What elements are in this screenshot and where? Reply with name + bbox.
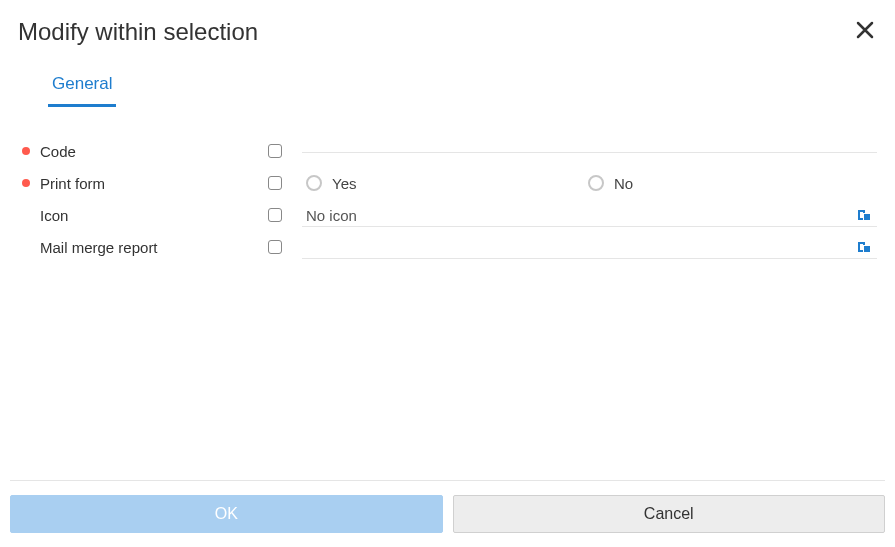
open-picker-icon bbox=[855, 207, 871, 223]
mail-merge-picker-button[interactable] bbox=[853, 237, 873, 257]
dialog-footer: OK Cancel bbox=[10, 480, 885, 547]
value-icon[interactable]: No icon bbox=[302, 205, 877, 225]
radio-print-form-yes[interactable]: Yes bbox=[306, 175, 588, 192]
modify-within-selection-dialog: Modify within selection General Code bbox=[0, 0, 895, 547]
radio-circle-icon bbox=[306, 175, 322, 191]
row-print-form: Print form Yes No bbox=[22, 167, 877, 199]
value-print-form: Yes No bbox=[302, 175, 877, 192]
dialog-title: Modify within selection bbox=[18, 18, 258, 46]
label-code: Code bbox=[40, 143, 76, 160]
close-icon bbox=[856, 21, 874, 39]
radio-circle-icon bbox=[588, 175, 604, 191]
enable-checkbox-mail-merge[interactable] bbox=[268, 240, 282, 254]
svg-rect-1 bbox=[864, 246, 870, 252]
value-mail-merge[interactable] bbox=[302, 237, 877, 257]
label-print-form: Print form bbox=[40, 175, 105, 192]
enable-checkbox-icon[interactable] bbox=[268, 208, 282, 222]
required-dot bbox=[22, 179, 30, 187]
form-area: Code Print form Yes bbox=[0, 107, 895, 480]
icon-value-text: No icon bbox=[306, 207, 853, 224]
required-dot bbox=[22, 147, 30, 155]
tab-bar: General bbox=[48, 66, 895, 107]
icon-picker-button[interactable] bbox=[853, 205, 873, 225]
close-button[interactable] bbox=[853, 18, 877, 42]
enable-checkbox-print-form[interactable] bbox=[268, 176, 282, 190]
ok-button[interactable]: OK bbox=[10, 495, 443, 533]
open-picker-icon bbox=[855, 239, 871, 255]
radio-label-no: No bbox=[614, 175, 633, 192]
label-icon: Icon bbox=[40, 207, 68, 224]
row-code: Code bbox=[22, 135, 877, 167]
dialog-header: Modify within selection bbox=[0, 0, 895, 46]
svg-rect-0 bbox=[864, 214, 870, 220]
tab-general[interactable]: General bbox=[48, 66, 116, 107]
cancel-button[interactable]: Cancel bbox=[453, 495, 886, 533]
radio-label-yes: Yes bbox=[332, 175, 356, 192]
label-mail-merge: Mail merge report bbox=[40, 239, 158, 256]
radio-print-form-no[interactable]: No bbox=[588, 175, 633, 192]
row-icon: Icon No icon bbox=[22, 199, 877, 231]
row-mail-merge: Mail merge report bbox=[22, 231, 877, 263]
enable-checkbox-code[interactable] bbox=[268, 144, 282, 158]
